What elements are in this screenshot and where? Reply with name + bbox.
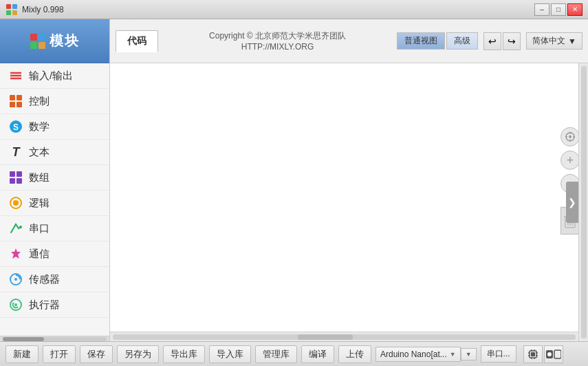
sidebar-item-io-label: 输入/输出: [29, 69, 73, 83]
editor-vscroll-track: [581, 66, 587, 338]
sidebar-item-comm-label: 通信: [29, 248, 50, 261]
svg-rect-20: [17, 178, 22, 184]
logic-icon: [8, 195, 23, 211]
serial-area: 串口...: [481, 345, 516, 363]
svg-rect-0: [6, 4, 11, 9]
svg-rect-19: [10, 178, 15, 184]
sidebar-item-sensor[interactable]: 传感器: [0, 267, 109, 292]
save-button[interactable]: 保存: [80, 345, 113, 363]
svg-point-25: [14, 278, 17, 281]
svg-rect-4: [30, 34, 37, 41]
zoom-in-button[interactable]: +: [560, 151, 580, 170]
upload-button[interactable]: 上传: [338, 345, 371, 363]
sidebar-item-text-label: 文本: [29, 146, 50, 159]
copyright-line1: Copyright © 北京师范大学米思齐团队: [209, 30, 346, 42]
board-extra-dropdown[interactable]: ▼: [461, 348, 477, 360]
manage-button[interactable]: 管理库: [255, 345, 297, 363]
board-extra-arrow: ▼: [466, 351, 472, 358]
language-label: 简体中文: [532, 35, 565, 47]
svg-rect-3: [12, 10, 17, 15]
board-label: Arduino Nano[at...: [380, 349, 447, 359]
editor-area[interactable]: + –: [110, 63, 588, 341]
sidebar-scrollbar-thumb: [3, 337, 44, 341]
board-dropdown-arrow: ▼: [450, 351, 456, 358]
svg-point-33: [569, 136, 571, 138]
sidebar-item-io[interactable]: 输入/输出: [0, 63, 109, 89]
editor-horizontal-scrollbar[interactable]: [110, 332, 578, 341]
bottom-toolbar: 新建 打开 保存 另存为 导出库 导入库 管理库 编译 上传 Arduino N…: [0, 341, 588, 366]
svg-rect-13: [10, 102, 15, 107]
sidebar-item-serial[interactable]: 串口: [0, 216, 109, 241]
panel-toggle-button[interactable]: ❯: [566, 182, 578, 223]
sidebar-scrollbar-track: [3, 337, 107, 341]
sidebar-item-array[interactable]: 数组: [0, 165, 109, 191]
new-button[interactable]: 新建: [6, 345, 39, 363]
sidebar-item-array-label: 数组: [29, 171, 50, 184]
board-selector[interactable]: Arduino Nano[at... ▼ ▼: [375, 347, 477, 362]
toggle-icon-button[interactable]: [544, 345, 563, 363]
svg-point-54: [547, 352, 552, 356]
board-dropdown[interactable]: Arduino Nano[at... ▼: [375, 347, 461, 362]
advanced-view-label: 高级: [454, 36, 470, 47]
tabs-area: 代码 Copyright © 北京师范大学米思齐团队 HTTP://MIXLY.…: [110, 19, 588, 63]
array-icon: [8, 170, 23, 185]
center-view-button[interactable]: [560, 127, 580, 147]
normal-view-button[interactable]: 普通视图: [397, 32, 445, 50]
editor-hscroll-track: [113, 334, 576, 340]
copyright-line2: HTTP://MIXLY.ORG: [241, 42, 314, 52]
editor-hscroll-thumb: [298, 334, 353, 340]
maximize-button[interactable]: □: [551, 3, 566, 16]
language-dropdown-arrow: ▼: [568, 36, 576, 46]
svg-rect-17: [10, 171, 15, 177]
sidebar-item-text[interactable]: T 文本: [0, 140, 109, 165]
svg-point-27: [14, 303, 17, 306]
redo-button[interactable]: ↪: [503, 32, 521, 50]
serial-button[interactable]: 串口...: [481, 345, 516, 363]
import-button[interactable]: 导入库: [209, 345, 251, 363]
svg-point-22: [13, 200, 19, 206]
sidebar-item-comm[interactable]: 通信: [0, 241, 109, 267]
text-icon: T: [8, 144, 23, 160]
window-title: Mixly 0.998: [22, 5, 534, 14]
sidebar-items-list: 输入/输出 控制: [0, 63, 109, 336]
tab-blocks[interactable]: 代码: [116, 30, 158, 52]
sidebar-item-math[interactable]: S 数学: [0, 114, 109, 140]
sensor-icon: [8, 272, 23, 287]
save-as-button[interactable]: 另存为: [117, 345, 159, 363]
editor-vertical-scrollbar[interactable]: [578, 63, 588, 341]
app-icon: [6, 3, 18, 16]
chip-icon-button[interactable]: [523, 345, 543, 363]
sidebar-scroll[interactable]: [0, 336, 109, 341]
sidebar-item-control-label: 控制: [29, 95, 50, 108]
sidebar-item-control[interactable]: 控制: [0, 89, 109, 114]
open-button[interactable]: 打开: [43, 345, 76, 363]
sidebar-item-actuator[interactable]: 执行器: [0, 292, 109, 318]
svg-rect-18: [17, 171, 22, 177]
svg-rect-1: [12, 4, 17, 9]
svg-rect-43: [531, 352, 535, 356]
svg-rect-14: [17, 102, 22, 107]
sidebar-item-serial-label: 串口: [29, 222, 50, 235]
icon-buttons: [523, 345, 563, 363]
minimize-button[interactable]: –: [534, 3, 549, 16]
language-selector[interactable]: 简体中文 ▼: [526, 32, 582, 50]
view-buttons: 普通视图 高级: [397, 32, 478, 50]
compile-button[interactable]: 编译: [301, 345, 334, 363]
undo-button[interactable]: ↩: [483, 32, 501, 50]
sidebar: 模块 输入/输出: [0, 19, 110, 341]
panel-toggle-icon: ❯: [568, 197, 576, 208]
sidebar-item-sensor-label: 传感器: [29, 273, 60, 286]
content-area: 代码 Copyright © 北京师范大学米思齐团队 HTTP://MIXLY.…: [110, 19, 588, 341]
export-button[interactable]: 导出库: [163, 345, 205, 363]
undo-redo-group: ↩ ↪: [483, 32, 521, 50]
copyright-area: Copyright © 北京师范大学米思齐团队 HTTP://MIXLY.ORG: [161, 30, 394, 52]
sidebar-item-logic-label: 逻辑: [29, 197, 50, 210]
window-controls[interactable]: – □ ✕: [534, 3, 582, 16]
advanced-view-button[interactable]: 高级: [446, 32, 478, 50]
sidebar-header-label: 模块: [50, 32, 80, 50]
app: 模块 输入/输出: [0, 19, 588, 366]
io-icon: [8, 68, 23, 83]
serial-icon: [8, 221, 23, 236]
sidebar-item-logic[interactable]: 逻辑: [0, 191, 109, 216]
close-button[interactable]: ✕: [567, 3, 582, 16]
